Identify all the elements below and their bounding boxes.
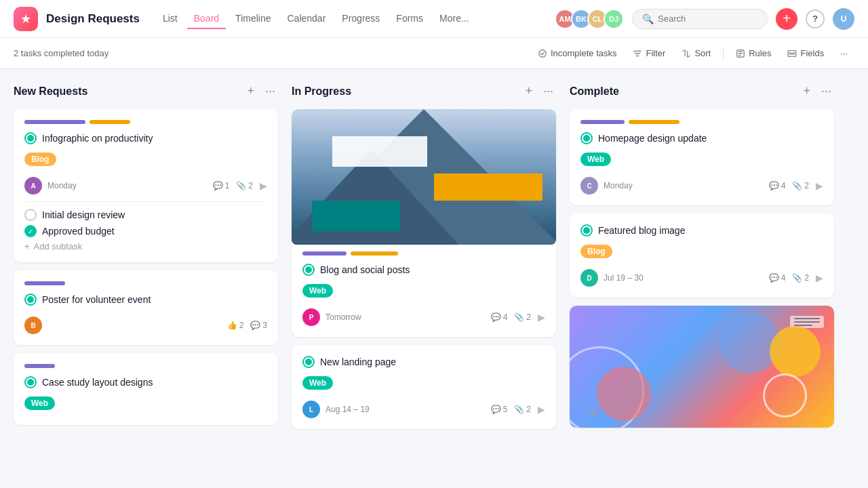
tab-list[interactable]: List [156,9,184,29]
card-date-landing: Aug 14 – 19 [326,405,370,414]
tag-web-landing[interactable]: Web [302,376,333,390]
card-meta-homepage: 💬4 📎2 ▶ [769,180,823,191]
task-name-case: Case study layout designs [42,377,153,388]
tab-more[interactable]: More... [433,9,476,29]
progress-bar-orange [90,120,130,124]
card-avatar-blog: P [302,308,320,326]
more-options-button[interactable]: ··· [833,45,854,62]
tag-web-case[interactable]: Web [24,396,55,410]
column-add-in-progress[interactable]: + [522,83,535,100]
card-footer-poster: B 👍2 💬3 [24,317,267,334]
search-box[interactable]: 🔍 [632,9,768,29]
column-add-new-requests[interactable]: + [244,83,257,100]
card-expand-homepage[interactable]: ▶ [816,180,823,191]
abstract-line-1 [794,318,820,319]
incomplete-tasks-button[interactable]: Incomplete tasks [531,45,624,62]
rules-button[interactable]: Rules [729,45,778,62]
tab-forms[interactable]: Forms [389,9,430,29]
column-add-complete[interactable]: + [800,83,813,100]
task-check-poster [24,293,37,306]
card-expand-blog[interactable]: ▶ [538,312,545,323]
card-progress-bars [24,120,267,124]
card-expand-button[interactable]: ▶ [260,180,267,191]
tab-progress[interactable]: Progress [335,9,387,29]
task-name-blog: Blog and social posts [320,264,410,275]
help-button[interactable]: ? [806,9,825,28]
sort-button[interactable]: Sort [675,45,717,62]
subtask-check-2 [24,225,37,237]
header: ★ Design Requests List Board Timeline Ca… [0,0,868,38]
filter-icon [633,49,642,58]
card-progress-homepage [580,120,823,124]
card-footer-blog: P Tomorrow 💬4 📎2 ▶ [302,308,545,326]
card-avatar-featured: D [580,269,598,287]
fields-icon [787,49,797,58]
abstract-image: ☆ [570,306,834,428]
column-menu-complete[interactable]: ··· [818,83,834,100]
comment-count: 💬1 [213,181,230,190]
card-image-blog [292,109,556,245]
card-avatar-homepage: C [580,177,598,195]
attachment-count-featured: 📎2 [792,273,809,283]
tab-board[interactable]: Board [187,9,226,29]
tasks-completed-text: 2 tasks completed today [14,48,108,58]
tab-timeline[interactable]: Timeline [229,9,277,29]
attachment-icon-landing: 📎 [514,405,524,414]
attachment-count-homepage: 📎2 [792,181,809,190]
column-title-new-requests: New Requests [14,85,239,98]
column-complete: Complete + ··· Homepage design update We… [570,83,834,436]
add-subtask-button[interactable]: + Add subtask [24,241,267,251]
card-meta-landing: 💬5 📎2 ▶ [491,404,545,415]
progress-bar-purple-case [24,364,55,368]
user-avatar[interactable]: U [833,8,854,30]
card-task-row-poster: Poster for volunteer event [24,293,267,306]
column-in-progress: In Progress + ··· [292,83,556,437]
subtask-section: Initial design review Approved budget + … [24,201,267,251]
nav-tabs: List Board Timeline Calendar Progress Fo… [156,9,476,29]
attachment-icon-homepage: 📎 [792,181,802,190]
card-expand-featured[interactable]: ▶ [816,272,823,283]
progress-bar-purple-blog [302,251,347,256]
tag-web-blog[interactable]: Web [302,284,333,298]
attachment-count: 📎2 [236,181,253,190]
card-blog-social: Blog and social posts Web P Tomorrow 💬4 … [292,109,556,337]
abstract-line-2 [794,321,820,323]
card-meta-infographic: 💬1 📎2 ▶ [213,180,267,191]
check-circle-icon [538,49,547,58]
card-date-featured: Jul 19 – 30 [604,273,644,283]
progress-bar-purple-poster [24,281,65,285]
logo-star-icon: ★ [20,12,31,26]
avatar-4[interactable]: DJ [604,9,624,29]
card-featured-blog: Featured blog image Blog D Jul 19 – 30 💬… [570,214,834,298]
column-header-complete: Complete + ··· [570,83,834,100]
overlay-teal-rect [312,201,400,231]
search-input[interactable] [658,14,757,24]
abstract-ring-right [763,373,807,418]
card-date-infographic: Monday [47,181,77,190]
tag-blog-infographic[interactable]: Blog [24,152,56,166]
card-date-homepage: Monday [604,181,633,190]
card-footer-homepage: C Monday 💬4 📎2 ▶ [580,177,823,195]
card-expand-landing[interactable]: ▶ [538,404,545,415]
card-avatar-landing: L [302,401,320,418]
card-task-row-homepage: Homepage design update [580,132,823,144]
subtask-check-1 [24,209,37,221]
add-button[interactable]: + [776,8,797,30]
comment-count-poster: 💬3 [250,321,267,330]
comment-count-homepage: 💬4 [769,181,786,190]
app-logo[interactable]: ★ [14,7,38,31]
column-menu-in-progress[interactable]: ··· [540,83,556,100]
comment-icon-featured: 💬 [769,273,779,283]
comment-icon-blog: 💬 [491,312,501,322]
tag-blog-featured[interactable]: Blog [580,245,612,258]
subtask-row-2: Approved budget [24,225,267,237]
filter-button[interactable]: Filter [626,45,672,62]
tab-calendar[interactable]: Calendar [280,9,332,29]
column-header-new-requests: New Requests + ··· [14,83,278,100]
column-menu-new-requests[interactable]: ··· [262,83,278,100]
tag-web-homepage[interactable]: Web [580,152,611,166]
column-new-requests: New Requests + ··· Infographic on produc… [14,83,278,433]
task-check-featured [580,224,593,237]
subtask-name-2: Approved budget [42,226,115,237]
fields-button[interactable]: Fields [781,45,831,62]
